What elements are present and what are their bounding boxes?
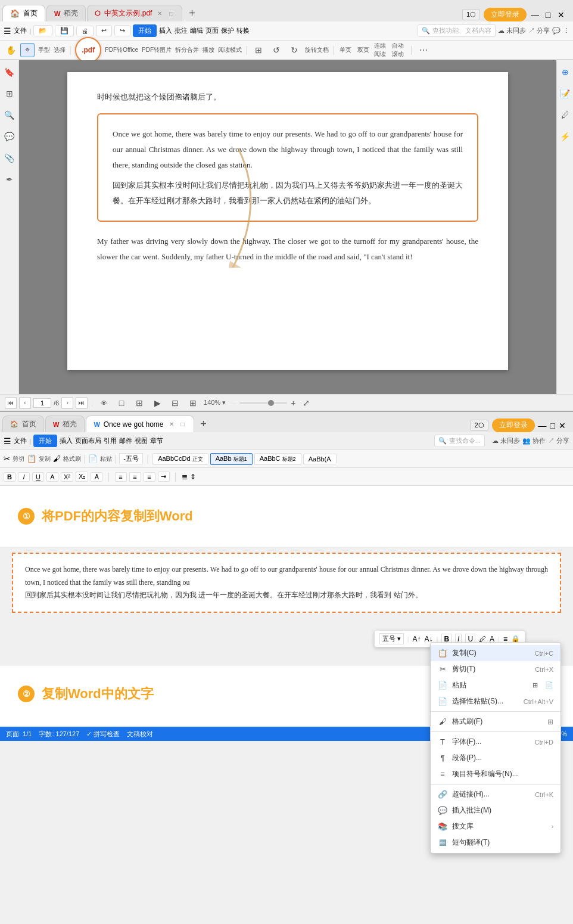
read-mode-btn[interactable]: 阅读模式 <box>218 46 242 54</box>
close-btn2[interactable]: ✕ <box>559 421 566 430</box>
copy-icon[interactable]: 📋 <box>27 454 36 463</box>
word-search-box[interactable]: 🔍 查找命令... <box>434 435 485 447</box>
line-spacing-btn[interactable]: ≣ <box>182 473 188 481</box>
last-page-btn[interactable]: ⏭ <box>76 397 88 409</box>
bookmark-icon[interactable]: 🔖 <box>2 65 17 79</box>
start-btn[interactable]: 开始 <box>133 24 157 37</box>
new-tab-btn[interactable]: + <box>183 5 200 21</box>
ctx-para[interactable]: ¶ 段落(P)... <box>431 750 560 766</box>
fontcolor-btn[interactable]: A <box>46 472 58 482</box>
font-name-select[interactable]: -五号 <box>119 453 143 464</box>
sub-btn[interactable]: X₂ <box>76 472 88 482</box>
bottom-icons2[interactable]: ⊟ <box>168 396 182 410</box>
bottom-page-icon[interactable]: □ <box>114 396 129 410</box>
next-page-btn[interactable]: › <box>61 397 73 409</box>
search-sidebar-icon[interactable]: 🔍 <box>2 108 17 122</box>
word-en-text[interactable]: Once we got home, there was barely time … <box>25 565 548 587</box>
double-page-btn[interactable]: 双页 <box>356 43 370 57</box>
right-icon2[interactable]: 📝 <box>558 86 572 101</box>
style-h3[interactable]: AaBb(A <box>303 454 337 464</box>
ctx-copy[interactable]: 📋 复制(C) Ctrl+C <box>431 645 560 661</box>
status-spell[interactable]: ✓ 拼写检查 <box>86 730 120 739</box>
maximize-btn2[interactable]: □ <box>550 421 555 430</box>
annotate-menu[interactable]: 批注 <box>175 26 188 35</box>
split-merge-btn[interactable]: 拆分合并 <box>175 46 199 54</box>
word-tab-pin[interactable]: □ <box>179 420 186 428</box>
ctx-hyperlink[interactable]: 🔗 超链接(H)... Ctrl+K <box>431 786 560 802</box>
pdf-office-btn[interactable]: PDF转Office <box>105 46 138 54</box>
select-tool[interactable]: ⌖ <box>20 43 35 57</box>
hand-tool[interactable]: ✋ <box>4 43 18 57</box>
ctx-cut[interactable]: ✂ 剪切(T) Ctrl+X <box>431 661 560 677</box>
style-h1[interactable]: AaBb 标题1 <box>210 453 253 465</box>
super-btn[interactable]: X² <box>61 472 73 482</box>
word-collab-btn[interactable]: 👥 协作 <box>522 436 546 445</box>
right-icon1[interactable]: ⊕ <box>559 65 571 79</box>
open-btn[interactable]: 📂 <box>33 25 52 36</box>
protect-menu[interactable]: 保护 <box>221 26 234 35</box>
indent-btn[interactable]: ⇥ <box>158 472 170 482</box>
minimize-btn2[interactable]: — <box>538 421 547 430</box>
single-page-btn[interactable]: 单页 <box>338 43 353 57</box>
word-start-btn[interactable]: 开始 <box>33 435 57 447</box>
ctx-comment[interactable]: 💬 插入批注(M) <box>431 802 560 818</box>
tab-home[interactable]: 🏠 首页 <box>2 5 45 21</box>
style-normal[interactable]: AaBbCcDd 正文 <box>152 453 208 465</box>
word-mail-menu[interactable]: 邮件 <box>119 436 132 445</box>
status-page[interactable]: 页面: 1/1 <box>6 730 32 739</box>
right-icon3[interactable]: 🖊 <box>559 108 572 122</box>
word-view-menu[interactable]: 视图 <box>135 436 148 445</box>
save-btn[interactable]: 💾 <box>55 25 74 36</box>
ctx-paste[interactable]: 📄 粘贴 ⊞ 📄 <box>431 677 560 693</box>
close-btn-top[interactable]: ✕ <box>556 10 566 20</box>
bottom-icons3[interactable]: ⊞ <box>186 396 200 410</box>
ctx-paste-special[interactable]: 📄 选择性粘贴(S)... Ctrl+Alt+V <box>431 693 560 709</box>
format-brush-icon[interactable]: 🖌 <box>53 454 61 463</box>
auto-scroll-btn[interactable]: 自动滚动 <box>392 43 406 57</box>
tab-wps[interactable]: W 稻壳 <box>46 5 86 21</box>
paste-icon[interactable]: 📄 <box>88 454 98 463</box>
ft-size-up[interactable]: A↑ <box>413 635 421 643</box>
login-button-top[interactable]: 立即登录 <box>484 8 527 21</box>
tab-pdf[interactable]: ⬡ 中英文示例.pdf ✕ □ <box>87 5 182 21</box>
word-menu-icon[interactable]: ☰ <box>4 436 11 446</box>
minimize-btn-top[interactable]: — <box>530 10 540 20</box>
attachment-icon[interactable]: 📎 <box>2 151 17 165</box>
signature-icon[interactable]: ✒ <box>4 172 15 187</box>
view-icon1[interactable]: ⊞ <box>251 43 266 57</box>
ctx-search-lib[interactable]: 📚 搜文库 › <box>431 818 560 835</box>
share-btn[interactable]: ↗ 分享 <box>528 26 550 35</box>
more-btn[interactable]: ⋮ <box>563 27 569 35</box>
zoom-plus[interactable]: + <box>291 398 295 408</box>
word-sync-btn[interactable]: ☁ 未同步 <box>492 436 520 445</box>
fullscreen-btn[interactable]: ⤢ <box>299 396 313 410</box>
more-view-btn[interactable]: ⋯ <box>416 43 431 57</box>
paste-special-icon[interactable]: 📄 <box>545 681 553 689</box>
page-menu[interactable]: 页面 <box>205 26 219 35</box>
word-tab-doc[interactable]: W Once we got home ✕ □ <box>86 416 194 432</box>
word-ref-menu[interactable]: 引用 <box>104 436 117 445</box>
italic-btn[interactable]: I <box>18 472 30 482</box>
search-box[interactable]: 🔍 查找功能、文档内容 <box>418 24 496 37</box>
align-right-btn[interactable]: ≡ <box>144 472 155 482</box>
right-icon4[interactable]: ⚡ <box>558 129 572 144</box>
print-btn[interactable]: 🖨 <box>76 26 94 36</box>
comment-sidebar-icon[interactable]: 💬 <box>2 129 17 144</box>
align-center-btn[interactable]: ≡ <box>129 472 141 482</box>
para-spacing-btn[interactable]: ⇕ <box>190 473 196 481</box>
word-tab-wps[interactable]: W 稻壳 <box>45 416 85 432</box>
word-chapter-menu[interactable]: 章节 <box>150 436 163 445</box>
status-words[interactable]: 字数: 127/127 <box>39 730 79 739</box>
ft-font-size[interactable]: 五号 ▾ <box>379 633 404 644</box>
word-layout-menu[interactable]: 页面布局 <box>75 436 101 445</box>
menu-icon[interactable]: ☰ <box>4 26 11 36</box>
bottom-grid-icon[interactable]: ⊞ <box>132 396 147 410</box>
page-input[interactable] <box>33 398 51 408</box>
clear-format-btn[interactable]: Ā <box>91 472 102 482</box>
word-file-menu[interactable]: 文件 <box>14 436 27 445</box>
style-h2[interactable]: AaBbC 标题2 <box>254 453 301 465</box>
undo-btn[interactable]: ↩ <box>96 25 112 36</box>
new-tab-btn2[interactable]: + <box>195 416 212 432</box>
bottom-play-icon[interactable]: ▶ <box>150 396 164 410</box>
pdf-img-btn[interactable]: PDF转图片 <box>142 46 172 54</box>
